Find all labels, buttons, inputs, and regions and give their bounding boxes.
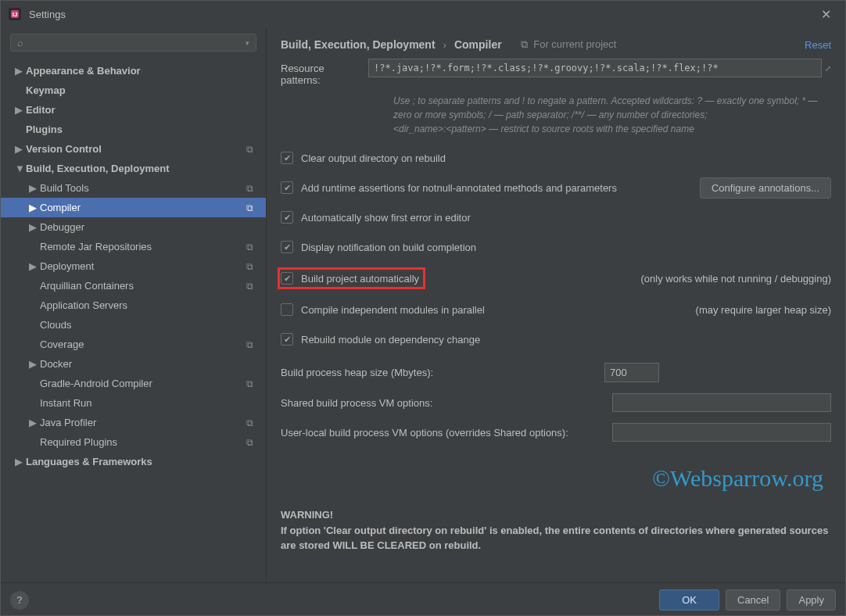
checkbox[interactable]	[281, 211, 293, 224]
tree-item-label: Gradle-Android Compiler	[40, 378, 246, 389]
checkbox[interactable]	[281, 181, 293, 194]
shared-vm-input[interactable]	[612, 393, 831, 412]
configure-annotations-button[interactable]: Configure annotations...	[700, 177, 831, 199]
check-rebuild-module-on-dependency-change: Rebuild module on dependency change	[281, 333, 480, 346]
tree-item-label: Arquillian Containers	[40, 280, 246, 292]
tree-item-application-servers[interactable]: Application Servers	[1, 295, 266, 315]
checkbox-label[interactable]: Build project automatically	[301, 273, 419, 285]
tree-arrow-icon: ▶	[29, 221, 40, 233]
tree-item-instant-run[interactable]: Instant Run	[1, 393, 266, 413]
search-icon: ⌕	[17, 37, 23, 48]
tree-item-plugins[interactable]: Plugins	[1, 120, 266, 139]
tree-item-label: Build Tools	[40, 182, 246, 194]
title-bar: IJ Settings ✕	[1, 1, 845, 27]
content-pane: Build, Execution, Deployment › Compiler …	[267, 27, 845, 582]
checkbox-label[interactable]: Automatically show first error in editor	[301, 212, 471, 224]
resource-patterns-label: Resource patterns:	[281, 59, 357, 86]
tree-item-keymap[interactable]: Keymap	[1, 81, 266, 100]
checkbox-label[interactable]: Clear output directory on rebuild	[301, 152, 446, 164]
per-project-icon: ⧉	[246, 242, 253, 252]
tree-item-version-control[interactable]: ▶Version Control⧉	[1, 139, 266, 159]
checkbox-note: (only works while not running / debuggin…	[640, 273, 831, 285]
per-project-icon: ⧉	[246, 202, 253, 213]
resource-patterns-input[interactable]	[368, 59, 822, 77]
expand-icon[interactable]: ⤢	[825, 64, 831, 73]
tree-item-label: Clouds	[40, 319, 261, 331]
tree-item-clouds[interactable]: Clouds	[1, 315, 266, 335]
checkbox[interactable]	[281, 303, 293, 316]
checkbox[interactable]	[281, 241, 293, 253]
check-add-runtime-assertions-for-notnull-annotated-methods-and-parameters: Add runtime assertions for notnull-annot…	[281, 181, 617, 194]
warning-block: WARNING! If option 'Clear output directo…	[281, 507, 831, 553]
per-project-icon: ⧉	[246, 183, 253, 194]
checkbox-label[interactable]: Rebuild module on dependency change	[301, 334, 480, 346]
tree-arrow-icon: ▼	[15, 163, 26, 174]
tree-item-java-profiler[interactable]: ▶Java Profiler⧉	[1, 413, 266, 432]
check-automatically-show-first-error-in-editor: Automatically show first error in editor	[281, 211, 471, 224]
tree-arrow-icon: ▶	[29, 358, 40, 370]
heap-size-label: Build process heap size (Mbytes):	[281, 367, 433, 378]
svg-text:IJ: IJ	[13, 11, 18, 18]
tree-item-languages-frameworks[interactable]: ▶Languages & Frameworks	[1, 452, 266, 471]
copy-icon: ⧉	[521, 38, 528, 50]
search-dropdown-icon[interactable]: ▾	[246, 39, 249, 47]
tree-item-build-tools[interactable]: ▶Build Tools⧉	[1, 178, 266, 198]
tree-item-docker[interactable]: ▶Docker	[1, 354, 266, 374]
local-vm-input[interactable]	[612, 423, 831, 442]
scope-label: ⧉ For current project	[521, 38, 617, 51]
checkbox[interactable]	[281, 272, 293, 285]
tree-arrow-icon: ▶	[15, 104, 26, 116]
tree-arrow-icon: ▶	[29, 417, 40, 428]
tree-item-gradle-android-compiler[interactable]: Gradle-Android Compiler⧉	[1, 374, 266, 393]
close-button[interactable]: ✕	[815, 4, 837, 25]
reset-link[interactable]: Reset	[805, 39, 831, 51]
checkbox-label[interactable]: Compile independent modules in parallel	[301, 304, 485, 316]
heap-size-input[interactable]	[604, 363, 659, 382]
cancel-button[interactable]: Cancel	[726, 589, 780, 611]
tree-item-label: Version Control	[26, 143, 246, 155]
tree-item-arquillian-containers[interactable]: Arquillian Containers⧉	[1, 276, 266, 295]
search-input[interactable]	[27, 37, 246, 48]
check-clear-output-directory-on-rebuild: Clear output directory on rebuild	[281, 152, 446, 164]
resource-patterns-hint: Use ; to separate patterns and ! to nega…	[393, 94, 831, 136]
per-project-icon: ⧉	[246, 417, 253, 428]
search-input-wrap[interactable]: ⌕ ▾	[10, 34, 256, 52]
help-button[interactable]: ?	[10, 591, 29, 610]
tree-item-label: Appearance & Behavior	[26, 65, 261, 77]
tree-item-compiler[interactable]: ▶Compiler⧉	[1, 198, 266, 217]
tree-item-label: Remote Jar Repositories	[40, 241, 246, 252]
checkbox-label[interactable]: Display notification on build completion	[301, 242, 476, 253]
tree-item-remote-jar-repositories[interactable]: Remote Jar Repositories⧉	[1, 237, 266, 256]
tree-item-label: Application Servers	[40, 299, 261, 311]
tree-item-label: Keymap	[26, 84, 261, 96]
watermark-text: ©Websparrow.org	[281, 465, 823, 492]
apply-button[interactable]: Apply	[787, 589, 836, 611]
tree-item-label: Plugins	[26, 124, 261, 135]
breadcrumb-parent[interactable]: Build, Execution, Deployment	[281, 38, 436, 51]
tree-item-label: Docker	[40, 358, 261, 370]
ok-button[interactable]: OK	[659, 589, 719, 611]
warning-body: If option 'Clear output directory on reb…	[281, 525, 828, 552]
per-project-icon: ⧉	[246, 144, 253, 155]
tree-arrow-icon: ▶	[29, 182, 40, 194]
check-build-project-automatically: Build project automatically	[281, 270, 422, 286]
chevron-right-icon: ›	[443, 39, 446, 51]
checkbox[interactable]	[281, 333, 293, 346]
per-project-icon: ⧉	[246, 339, 253, 350]
tree-arrow-icon: ▶	[29, 202, 40, 213]
tree-item-label: Deployment	[40, 260, 246, 272]
checkbox[interactable]	[281, 152, 293, 164]
tree-item-debugger[interactable]: ▶Debugger	[1, 217, 266, 237]
tree-item-required-plugins[interactable]: Required Plugins⧉	[1, 432, 266, 452]
checkbox-label[interactable]: Add runtime assertions for notnull-annot…	[301, 182, 617, 194]
tree-item-editor[interactable]: ▶Editor	[1, 100, 266, 120]
per-project-icon: ⧉	[246, 378, 253, 389]
tree-item-coverage[interactable]: Coverage⧉	[1, 335, 266, 354]
tree-item-appearance-behavior[interactable]: ▶Appearance & Behavior	[1, 61, 266, 81]
tree-item-build-execution-deployment[interactable]: ▼Build, Execution, Deployment	[1, 159, 266, 178]
checkbox-note: (may require larger heap size)	[696, 304, 831, 316]
tree-arrow-icon: ▶	[15, 456, 26, 467]
breadcrumb-bar: Build, Execution, Deployment › Compiler …	[267, 27, 845, 59]
tree-arrow-icon: ▶	[29, 260, 40, 272]
tree-item-deployment[interactable]: ▶Deployment⧉	[1, 256, 266, 276]
